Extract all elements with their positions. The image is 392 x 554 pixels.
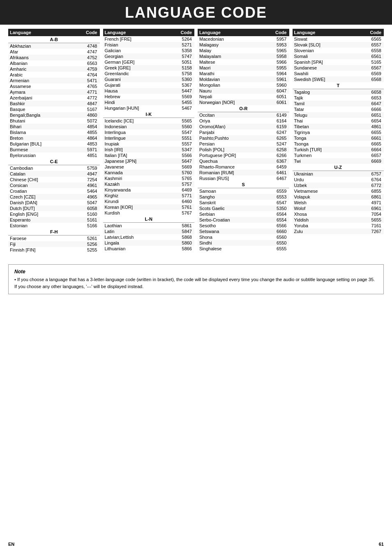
- language-name: Bislama: [8, 129, 71, 135]
- col-header-language: Language: [293, 29, 356, 36]
- language-code: 4759: [71, 66, 99, 72]
- language-column-3: LanguageCodeSiswat6565Slovak [SLO]6557Sl…: [293, 29, 384, 253]
- language-name: Amharic: [8, 66, 71, 72]
- language-name: Azerbaijani: [8, 95, 71, 101]
- page-title: LANGUAGE CODE: [0, 0, 392, 25]
- language-code: 5158: [168, 65, 194, 71]
- table-row: Siswat6565: [293, 36, 384, 42]
- language-name: Maori: [198, 65, 264, 71]
- table-row: Hungarian [HUN]5467: [103, 105, 195, 111]
- language-name: Urdu: [293, 177, 356, 182]
- table-row: Bislama4855: [8, 129, 100, 135]
- language-name: Japanese [JPN]: [103, 158, 168, 164]
- language-code: 5957: [264, 36, 289, 42]
- table-row: Bhutani5072: [8, 118, 100, 124]
- language-code: 5047: [71, 200, 99, 205]
- language-code: 5860: [168, 240, 194, 246]
- language-code: 5953: [264, 42, 289, 48]
- language-code: 6567: [355, 65, 384, 71]
- language-code: 5264: [168, 36, 194, 42]
- table-row: Aymara4771: [8, 89, 100, 95]
- language-code: 5358: [168, 48, 194, 53]
- language-code: 6661: [355, 135, 384, 141]
- language-code: 6563: [71, 60, 99, 66]
- language-name: Fiji: [8, 241, 71, 247]
- language-name: Hindi: [103, 99, 168, 105]
- language-code: 6568: [355, 76, 384, 82]
- language-name: Bashkir: [8, 101, 71, 106]
- table-row: Italian [ITA]5566: [103, 152, 195, 158]
- table-row: Maltese5966: [198, 59, 289, 65]
- language-name: Burmese: [8, 147, 71, 152]
- language-code: 5965: [264, 48, 289, 53]
- language-name: Czech [CZE]: [8, 194, 71, 200]
- language-name: Armenian: [8, 78, 71, 83]
- table-row: Kannada5760: [103, 170, 195, 175]
- table-row: Kurdish5767: [103, 210, 195, 216]
- table-row: Basque5167: [8, 106, 100, 112]
- language-code: 5467: [168, 105, 194, 111]
- language-name: Breton: [8, 135, 71, 141]
- language-code: 5647: [168, 158, 194, 164]
- language-column-0: LanguageCodeA-BAbkhazian4748Afar4747Afri…: [8, 29, 100, 253]
- language-name: Nauru: [198, 88, 264, 94]
- section-header-label: O-R: [198, 105, 289, 112]
- table-row: Kirundi6460: [103, 199, 195, 204]
- table-row: Kinyarwanda6469: [103, 187, 195, 193]
- table-row: Greek [GRE]5158: [103, 65, 195, 71]
- section-header-row: C-E: [8, 158, 100, 165]
- table-row: Rhaeto-Romance6459: [198, 164, 289, 170]
- section-header-row: S: [198, 181, 289, 188]
- language-name: Shona: [198, 234, 264, 240]
- language-code: 7267: [355, 229, 384, 234]
- table-row: Slovak [SLO]6557: [293, 42, 384, 48]
- language-code: 6149: [264, 112, 289, 118]
- table-row: Frisian5271: [103, 42, 195, 48]
- language-name: Spanish [SPA]: [293, 59, 356, 65]
- table-row: Bulgarian [BUL]4853: [8, 141, 100, 147]
- language-code: 5655: [355, 217, 384, 223]
- table-row: Spanish [SPA]5165: [293, 59, 384, 65]
- table-row: Kashmiri5765: [103, 175, 195, 181]
- language-name: Kannada: [103, 170, 168, 175]
- table-row: Russian [RUS]6467: [198, 175, 289, 181]
- language-name: Turkish [TUR]: [293, 147, 356, 152]
- table-row: Ukrainian6757: [293, 171, 384, 177]
- language-code: 6564: [264, 211, 289, 217]
- table-row: Uzbek6772: [293, 182, 384, 188]
- table-row: Tajik6653: [293, 95, 384, 101]
- language-code: 5759: [71, 165, 99, 171]
- language-code: 5566: [168, 152, 194, 158]
- language-name: Interlingue: [103, 135, 168, 141]
- language-name: Korean [KOR]: [103, 204, 168, 210]
- language-name: Thai: [293, 118, 356, 124]
- table-row: Amharic4759: [8, 66, 100, 72]
- table-row: Byelorussian4851: [8, 152, 100, 158]
- language-name: Nepali: [198, 94, 264, 99]
- table-row: Interlingue5551: [103, 135, 195, 141]
- language-name: Hungarian [HUN]: [103, 105, 168, 111]
- language-code: 5966: [264, 59, 289, 65]
- language-name: Rhaeto-Romance: [198, 164, 264, 170]
- section-header-label: A-B: [8, 36, 100, 43]
- language-name: Aymara: [8, 89, 71, 95]
- language-code: 6757: [355, 171, 384, 177]
- language-name: Chinese [CHI]: [8, 177, 71, 182]
- language-code: 5347: [168, 147, 194, 152]
- language-code: 5247: [264, 141, 289, 147]
- language-code: 5255: [71, 247, 99, 253]
- note-box: Note • If you choose a language that has…: [8, 264, 384, 294]
- language-code: 5547: [168, 129, 194, 135]
- table-row: Hausa5447: [103, 88, 195, 94]
- table-row: Serbian6564: [198, 211, 289, 217]
- table-row: Marathi5964: [198, 71, 289, 76]
- table-row: Latvian;Lettish5868: [103, 234, 195, 240]
- section-header-label: I-K: [103, 111, 195, 118]
- language-name: Marathi: [198, 71, 264, 76]
- language-name: Javanese: [103, 164, 168, 170]
- col-header-language: Language: [8, 29, 71, 36]
- table-row: Fiji5256: [8, 241, 100, 247]
- language-code: 5160: [71, 211, 99, 217]
- language-name: Tajik: [293, 95, 356, 101]
- table-row: Bengali;Bangla4860: [8, 112, 100, 118]
